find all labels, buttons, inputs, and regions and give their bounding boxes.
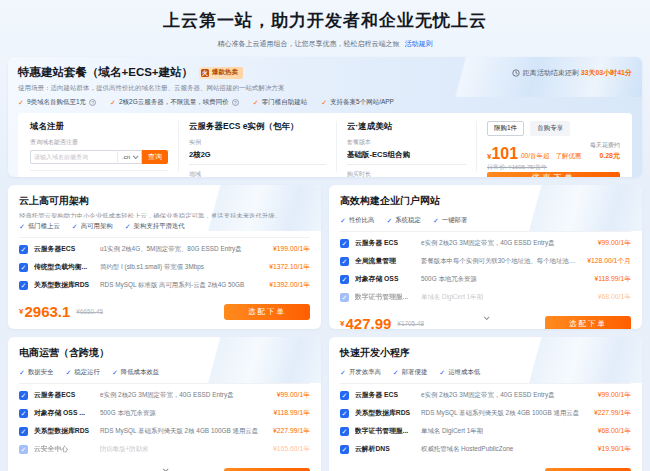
card-title: 快速开发小程序 xyxy=(340,346,631,360)
card-tag: ✓ 低门槛上云 xyxy=(19,222,60,231)
check-icon: ✓ xyxy=(433,217,439,225)
region-label: 地域 xyxy=(189,170,326,177)
card-tags: ✓ 开发效率高 ✓ 部署便捷 ✓ 运维成本低 xyxy=(340,368,631,384)
price-unit: .00/首年起 xyxy=(519,152,549,161)
cards-grid: 云上高可用架构 经典托管云架构助力中小企业低成本轻松上云，确保业务稳定可靠，灵活… xyxy=(8,185,642,471)
order-button[interactable]: 优惠下单 xyxy=(487,172,620,177)
product-name: 关系型数据库RDS xyxy=(34,426,100,436)
product-spec: 简约型 I (slb.s1.small) 带宽值 3Mbps xyxy=(100,263,269,272)
domain-search-button[interactable]: 查询 xyxy=(142,150,168,164)
purchase-tab[interactable]: 首购专享 xyxy=(530,121,570,136)
domain-query-label: 查询域名能否注册 xyxy=(30,138,168,147)
check-icon: ✓ xyxy=(340,369,346,377)
countdown: 距离活动结束还剩 33天03小时41分 xyxy=(512,68,632,78)
version-label: 套餐版本 xyxy=(347,138,466,147)
domain-title: 域名注册 xyxy=(30,121,168,133)
product-spec: RDS MySQL 标准版 高可用系列-云盘 2核4G 50GB xyxy=(100,281,269,290)
card-title: 高效构建企业门户网站 xyxy=(340,194,631,208)
ecs-column: 云服务器ECS e实例（包年） 实例 2核2G 地域 华北2（北京） xyxy=(178,121,336,172)
check-icon: ✓ xyxy=(112,369,118,377)
card-tags: ✓ 低门槛上云 ✓ 高可用架构 ✓ 架构支持平滑迭代 xyxy=(19,222,310,238)
card-tag: ✓ 高可用架构 xyxy=(72,222,113,231)
product-row: ✓ 对象存储 OSS 500G 本地冗余资源 ¥118.99/1年 xyxy=(340,270,631,288)
purchase-tab[interactable]: 限购1件 xyxy=(487,121,524,136)
card-desc: 经典托管云架构助力中小企业低成本轻松上云，确保业务稳定可靠，灵活支持未来迭代升级… xyxy=(19,212,310,218)
product-name: 对象存储 OSS xyxy=(355,274,421,284)
checkbox-checked[interactable]: ✓ xyxy=(19,281,28,290)
promo-usage-text: 使用场景：适向建站群体，提供高性价比的域名注册、云服务器、网站搭建的一站式解决方… xyxy=(18,84,632,93)
discount-link[interactable]: 了解优惠 xyxy=(556,152,582,161)
product-spec: 单域名 DigiCert 1年期 xyxy=(421,427,598,436)
card-total: 414.89 xyxy=(345,467,391,471)
checkbox-checked[interactable]: ✓ xyxy=(340,293,349,302)
feature-text: 2核2G云服务器，不限流量，续费同价 xyxy=(119,98,229,107)
checkbox-checked[interactable]: ✓ xyxy=(340,275,349,284)
product-price: ¥1372.10/1年 xyxy=(269,262,310,272)
check-icon: ✓ xyxy=(386,217,392,225)
checkbox-checked[interactable]: ✓ xyxy=(19,263,28,272)
package-price: 101 xyxy=(491,147,518,161)
show-more[interactable] xyxy=(19,458,310,467)
checkbox-checked[interactable]: ✓ xyxy=(19,427,28,436)
product-spec: 权威托管域名 HostedPublicZone xyxy=(421,445,598,454)
configure-order-button[interactable]: 选配下单 xyxy=(224,468,310,471)
product-row: ✓ 云服务器 ECS e实例 2核2G 3M固定带宽，40G ESSD Entr… xyxy=(340,234,631,252)
daily-cost-value: 0.28元 xyxy=(590,151,620,161)
card-original-total: ¥1705.48 xyxy=(397,320,424,327)
product-row: ✓ 云服务器ECS e实例 2核2G 3M固定带宽，40G ESSD Entry… xyxy=(19,386,310,404)
configure-order-button[interactable]: 选配下单 xyxy=(545,316,631,330)
checkbox-checked[interactable]: ✓ xyxy=(340,427,349,436)
version-value: 基础版-ECS组合购 xyxy=(347,150,466,165)
checkbox-checked[interactable]: ✓ xyxy=(19,245,28,254)
daily-cost-label: 每天花费约 xyxy=(590,141,620,150)
card-original-total: ¥6650.45 xyxy=(76,308,103,315)
product-name: 云解析DNS xyxy=(355,444,421,454)
checkbox-checked[interactable]: ✓ xyxy=(340,239,349,248)
check-icon: ✓ xyxy=(439,369,445,377)
domain-search-row: .cn 查询 xyxy=(30,150,168,164)
info-icon[interactable]: ? xyxy=(89,99,96,106)
product-row: ✓ 对象存储 OSS ... 500G 本地冗余资源 ¥118.99/1年 xyxy=(19,404,310,422)
checkbox-checked[interactable]: ✓ xyxy=(340,409,349,418)
tag-text: 开发效率高 xyxy=(349,368,381,377)
product-row: ✓ 关系型数据库RDS RDS MySQL 基础系列倚天版 2核 4GB 100… xyxy=(340,404,631,422)
check-icon: ✓ xyxy=(18,99,24,107)
checkbox-checked[interactable]: ✓ xyxy=(19,391,28,400)
page-subtitle-text: 精心准备上云通用组合，让您尽享优惠，轻松启程云端之旅 xyxy=(218,40,400,47)
configure-order-button[interactable]: 选配下单 xyxy=(545,468,631,471)
product-row: ✓ 数字证书管理服... 单域名 DigiCert 1年期 ¥68.00/1年 xyxy=(340,288,631,306)
tag-text: 稳定运行 xyxy=(74,368,100,377)
product-name: 云服务器ECS xyxy=(34,390,100,400)
check-icon: ✓ xyxy=(72,223,78,231)
product-row: ✓ 全局流量管理 套餐版本中每个实例可关联30个地址池、每个地址池可配置30个地… xyxy=(340,252,631,270)
product-name: 云服务器 ECS xyxy=(355,238,421,248)
card-footer: ¥ 2963.1 ¥6650.45 选配下单 xyxy=(19,303,310,320)
checkbox-checked[interactable]: ✓ xyxy=(19,445,28,454)
product-spec: 防病毒版+防勒索 xyxy=(100,445,273,454)
promo-title: 特惠建站套餐（域名+ECS+建站） xyxy=(18,65,193,80)
original-price: 日常价: ¥1695.75/首年 xyxy=(487,163,620,172)
configure-order-button[interactable]: 选配下单 xyxy=(224,304,310,320)
tag-text: 低门槛上云 xyxy=(28,222,60,231)
purchase-tabs: 限购1件首购专享 xyxy=(487,121,620,136)
product-price: ¥19.90/1年 xyxy=(598,444,631,454)
promo-feature: ✓ 支持备案5个网站/APP xyxy=(321,98,394,107)
domain-search-input[interactable] xyxy=(34,154,114,160)
product-row: ✓ 云服务器ECS u1实例 2核4G、5M固定带宽、80G ESSD Entr… xyxy=(19,240,310,258)
checkbox-checked[interactable]: ✓ xyxy=(340,391,349,400)
package-configurator: 域名注册 查询域名能否注册 .cn 查询 商品优势 代表中国，是互联网上的中国标… xyxy=(18,113,632,177)
product-name: 关系型数据库RDS xyxy=(34,280,100,290)
product-price: ¥118.99/1年 xyxy=(273,408,310,418)
checkbox-checked[interactable]: ✓ xyxy=(340,445,349,454)
fire-icon: 火 xyxy=(201,69,209,77)
checkbox-checked[interactable]: ✓ xyxy=(340,257,349,266)
checkbox-checked[interactable]: ✓ xyxy=(19,409,28,418)
page-subtitle: 精心准备上云通用组合，让您尽享优惠，轻松启程云端之旅 活动规则 xyxy=(0,39,650,49)
site-title: 云·速成美站 xyxy=(347,121,466,133)
activity-rules-link[interactable]: 活动规则 xyxy=(404,40,432,47)
check-icon: ✓ xyxy=(110,99,116,107)
tld-select[interactable]: .cn xyxy=(117,150,142,164)
info-icon[interactable]: ? xyxy=(232,99,239,106)
product-price: ¥99.00/1年 xyxy=(598,238,631,248)
show-more[interactable] xyxy=(340,306,631,315)
